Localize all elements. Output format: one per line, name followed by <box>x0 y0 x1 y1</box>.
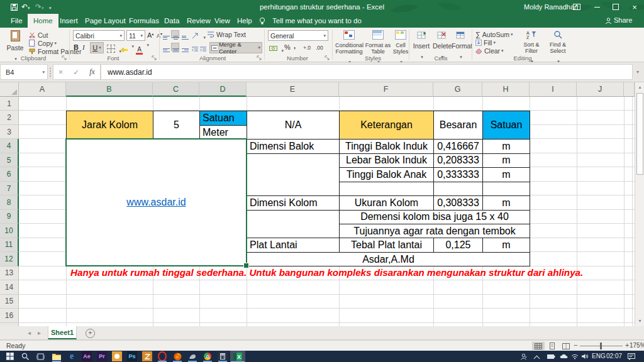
row-header-12[interactable]: 12 <box>0 252 19 266</box>
fill-button[interactable]: Fill ▾ <box>475 39 496 47</box>
task-view-button[interactable] <box>35 351 45 361</box>
cell-g8[interactable]: 0,308333 <box>434 196 483 210</box>
cell-e11[interactable]: Plat Lantai <box>247 238 340 252</box>
scroll-up-button[interactable]: ▴ <box>635 82 644 92</box>
column-header-c[interactable]: C <box>153 82 199 97</box>
clipboard-dialog-launcher[interactable] <box>62 55 67 61</box>
number-dialog-launcher[interactable] <box>325 55 330 61</box>
font-size-combo[interactable]: 11▾ <box>126 30 145 41</box>
find-select-button[interactable]: Find & Select▾ <box>546 30 570 65</box>
cell-h6[interactable]: m <box>483 168 530 182</box>
row-header-5[interactable]: 5 <box>0 153 19 167</box>
tray-volume-icon[interactable] <box>580 351 590 361</box>
column-header-j[interactable]: J <box>577 82 624 97</box>
cell-f4[interactable]: Tinggi Balok Induk <box>340 140 434 153</box>
cell-e8[interactable]: Dimensi Kolom <box>247 196 340 210</box>
zoom-out-button[interactable]: − <box>574 341 577 349</box>
cell-g11[interactable]: 0,125 <box>434 238 483 252</box>
fill-color-button[interactable]: ▾ <box>121 44 134 55</box>
maximize-button[interactable] <box>606 0 625 14</box>
new-sheet-button[interactable]: + <box>86 329 95 338</box>
bold-button[interactable]: B <box>74 43 79 51</box>
tell-me-box[interactable]: Tell me what you want to do <box>267 14 367 28</box>
name-box[interactable]: B4 ▾ <box>0 64 48 80</box>
clear-button[interactable]: Clear ▾ <box>475 47 504 55</box>
vertical-scrollbar[interactable]: ▴ ▾ <box>635 82 644 326</box>
minimize-button[interactable] <box>587 0 606 14</box>
media-player-button[interactable] <box>112 351 122 361</box>
column-header-e[interactable]: E <box>247 82 339 97</box>
bottom-align-button[interactable] <box>182 31 189 43</box>
cell-f7[interactable] <box>340 182 434 196</box>
cell-h2[interactable]: Satuan <box>483 111 530 140</box>
cell-c2[interactable]: 5 <box>153 111 200 140</box>
expand-formula-bar-button[interactable]: ▾ <box>633 64 643 80</box>
decrease-indent-button[interactable] <box>192 44 199 55</box>
wrap-text-button[interactable]: Wrap Text <box>208 31 246 38</box>
tray-clock[interactable]: 02:07 <box>606 351 622 362</box>
row-header-13[interactable]: 13 <box>0 266 19 280</box>
column-header-f[interactable]: F <box>339 82 433 97</box>
cell-g4[interactable]: 0,416667 <box>434 140 483 153</box>
scroll-down-button[interactable]: ▾ <box>635 316 644 326</box>
cell-f2[interactable]: Keterangan <box>340 111 434 140</box>
cell-b13-warning-text[interactable]: Hanya untuk rumah tinggal sederhana. Unt… <box>70 266 636 280</box>
row-header-14[interactable]: 14 <box>0 280 19 294</box>
row-header-6[interactable]: 6 <box>0 167 19 181</box>
borders-button[interactable]: ▾ <box>107 44 121 55</box>
paste-button[interactable]: Paste ▾ <box>4 30 26 55</box>
tray-wifi-icon[interactable] <box>570 351 580 361</box>
gray-app-button[interactable] <box>187 351 197 361</box>
italic-button[interactable]: I <box>82 43 85 51</box>
row-header-11[interactable]: 11 <box>0 238 19 252</box>
tray-language[interactable]: ENG <box>592 351 606 362</box>
premiere-button[interactable]: Pr <box>97 351 107 361</box>
copy-button[interactable]: Copy ▾ <box>29 39 57 47</box>
cell-h11[interactable]: m <box>483 238 530 252</box>
row-header-1[interactable]: 1 <box>0 97 19 111</box>
cell-f9-h9-merged[interactable]: Demensi kolom bisa juga 15 x 40 <box>340 211 530 224</box>
cell-f8[interactable]: Ukuran Kolom <box>340 196 434 210</box>
tray-people-icon[interactable] <box>518 351 528 361</box>
cell-d2[interactable]: Satuan <box>200 111 247 125</box>
tray-expand-chevron[interactable] <box>535 352 539 362</box>
cell-e9-e10-merged[interactable] <box>247 211 340 239</box>
percent-style-button[interactable]: % <box>284 43 291 51</box>
column-header-i[interactable]: I <box>530 82 577 97</box>
decrease-decimal-button[interactable]: .00 <box>316 45 323 51</box>
tray-battery-icon[interactable] <box>546 351 556 361</box>
cell-g7[interactable] <box>434 182 483 196</box>
column-header-g[interactable]: G <box>433 82 482 97</box>
taskbar-search-button[interactable] <box>20 351 30 361</box>
cell-f5[interactable]: Lebar Balok Induk <box>340 154 434 168</box>
middle-align-button[interactable] <box>171 30 179 38</box>
tray-onedrive-icon[interactable] <box>558 351 569 361</box>
font-color-button[interactable]: A ▾ <box>136 43 149 54</box>
column-header-a[interactable]: A <box>19 82 66 97</box>
row-header-16[interactable]: 16 <box>0 309 19 322</box>
row-header-10[interactable]: 10 <box>0 224 19 238</box>
underline-button[interactable]: U▾ <box>90 42 104 53</box>
edge-button[interactable]: e <box>67 351 77 361</box>
share-button[interactable]: Share <box>614 16 632 24</box>
font-dialog-launcher[interactable] <box>152 55 157 61</box>
font-family-combo[interactable]: Calibri▾ <box>73 30 125 41</box>
row-header-2[interactable]: 2 <box>0 111 19 124</box>
chrome-button[interactable] <box>203 351 213 361</box>
start-button[interactable] <box>5 351 15 361</box>
orange-app-button[interactable] <box>142 351 152 361</box>
column-header-d[interactable]: D <box>199 82 247 97</box>
zoom-in-button[interactable]: + <box>625 341 629 349</box>
column-header-b[interactable]: B <box>66 82 153 97</box>
autosum-button[interactable]: ∑ AutoSum ▾ <box>475 31 513 38</box>
alignment-dialog-launcher[interactable] <box>257 55 262 61</box>
cell-h4[interactable]: m <box>483 140 530 153</box>
cut-button[interactable]: Cut <box>29 31 48 39</box>
page-layout-view-button[interactable] <box>546 342 558 350</box>
cell-e2[interactable]: N/A <box>247 111 340 140</box>
cell-g2[interactable]: Besaran <box>434 111 483 140</box>
column-header-h[interactable]: H <box>482 82 530 97</box>
row-header-9[interactable]: 9 <box>0 210 19 224</box>
cell-h8[interactable]: m <box>483 196 530 210</box>
cell-g6[interactable]: 0,333333 <box>434 168 483 182</box>
